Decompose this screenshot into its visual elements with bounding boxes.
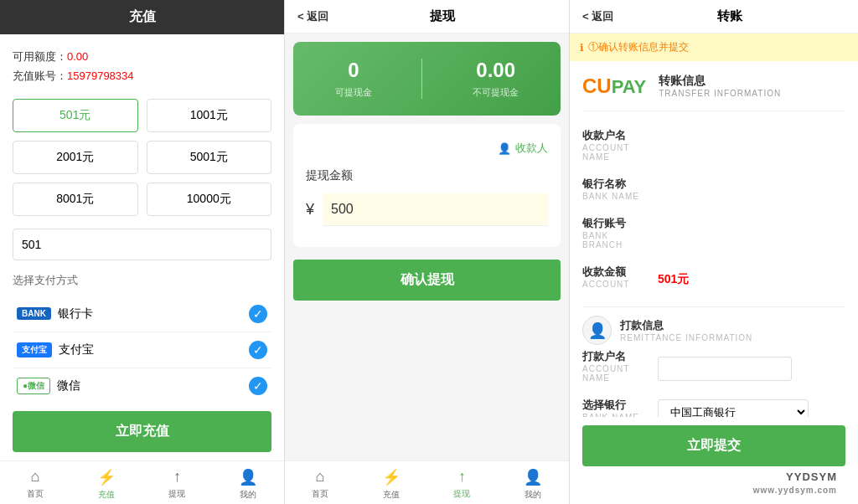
available-summary: 0 可提现金 bbox=[335, 59, 372, 99]
watermark-url: www.yydsym.com bbox=[753, 486, 837, 495]
bank-branch-label: 银行账号 bbox=[582, 216, 641, 231]
withdrawal-footer: 确认提现 bbox=[285, 247, 569, 313]
withdrawal-header: < 返回 提现 bbox=[285, 0, 569, 33]
balance-value: 0.00 bbox=[67, 50, 88, 63]
wechat-method-left: ●微信 微信 bbox=[17, 378, 80, 394]
watermark: YYDSYM www.yydsym.com bbox=[582, 466, 845, 500]
select-bank-label-col: 选择银行 BANK NAME bbox=[582, 398, 641, 417]
remittance-icon: 👤 bbox=[582, 316, 612, 345]
remittance-header: 👤 打款信息 REMITTANCE INFORMATION bbox=[582, 306, 845, 345]
w-nav-recharge[interactable]: ⚡ 充值 bbox=[382, 468, 401, 501]
nav-withdraw[interactable]: ↑ 提现 bbox=[168, 468, 185, 501]
currency-symbol: ¥ bbox=[306, 201, 314, 219]
recharge-body: 可用额度：0.00 充值账号：15979798334 501元 1001元 20… bbox=[0, 34, 284, 403]
select-bank-label: 选择银行 bbox=[582, 398, 641, 413]
nav-mine[interactable]: 👤 我的 bbox=[239, 468, 257, 501]
payment-method-bank[interactable]: BANK 银行卡 ✓ bbox=[13, 296, 271, 332]
payment-method-wechat[interactable]: ●微信 微信 ✓ bbox=[13, 368, 271, 403]
alipay-label: 支付宝 bbox=[59, 342, 94, 357]
withdrawal-form: 👤 收款人 提现金额 ¥ bbox=[293, 124, 561, 247]
bank-select[interactable]: 中国工商银行 中国农业银行 中国银行 中国建设银行 招商银行 bbox=[658, 399, 809, 417]
payee-label: 收款人 bbox=[515, 141, 548, 156]
amount-btn-501[interactable]: 501元 bbox=[13, 99, 138, 132]
amount-input-row: ¥ bbox=[306, 193, 548, 226]
transfer-back-btn[interactable]: < 返回 bbox=[582, 9, 613, 24]
nav-recharge-label: 充值 bbox=[98, 489, 115, 501]
payee-icon: 👤 bbox=[498, 142, 511, 155]
payer-name-row: 打款户名 ACCOUNT NAME bbox=[582, 349, 845, 388]
available-label: 可提现金 bbox=[335, 86, 372, 99]
home-icon: ⌂ bbox=[30, 468, 39, 486]
recharge-submit-button[interactable]: 立即充值 bbox=[13, 411, 271, 452]
amount-label: 收款金额 bbox=[582, 265, 641, 280]
w-nav-home[interactable]: ⌂ 首页 bbox=[312, 468, 328, 501]
amount-value: 501元 bbox=[658, 268, 689, 291]
wechat-badge: ●微信 bbox=[17, 378, 50, 394]
alipay-method-left: 支付宝 支付宝 bbox=[17, 342, 94, 357]
cu-text: CU bbox=[582, 75, 612, 97]
recharge-panel: 充值 可用额度：0.00 充值账号：15979798334 501元 1001元… bbox=[0, 0, 285, 504]
receiver-name-row: 收款户名 ACCOUNT NAME bbox=[582, 128, 845, 167]
withdrawal-title: 提现 bbox=[328, 8, 556, 24]
amount-btn-8001[interactable]: 8001元 bbox=[13, 183, 138, 216]
withdrawal-summary: 0 可提现金 0.00 不可提现金 bbox=[293, 42, 561, 116]
withdrawal-confirm-button[interactable]: 确认提现 bbox=[293, 260, 561, 301]
nav-home[interactable]: ⌂ 首页 bbox=[27, 468, 44, 501]
bank-label: 银行卡 bbox=[58, 306, 93, 321]
account-label: 充值账号： bbox=[13, 69, 67, 82]
withdrawal-bottom-nav: ⌂ 首页 ⚡ 充值 ↑ 提现 👤 我的 bbox=[285, 460, 569, 504]
unavailable-summary: 0.00 不可提现金 bbox=[473, 59, 519, 99]
receiver-name-label: 收款户名 bbox=[582, 128, 641, 143]
withdrawal-back-btn[interactable]: < 返回 bbox=[297, 9, 328, 24]
amount-btn-2001[interactable]: 2001元 bbox=[13, 141, 138, 174]
watermark-text: YYDSYM bbox=[786, 471, 837, 483]
payer-name-sub: ACCOUNT NAME bbox=[582, 364, 641, 383]
transfer-footer: 立即提交 YYDSYM www.yydsym.com bbox=[570, 417, 858, 504]
transfer-header: < 返回 转账 bbox=[570, 0, 858, 33]
amount-grid: 501元 1001元 2001元 5001元 8001元 10000元 bbox=[13, 99, 271, 216]
bank-branch-row: 银行账号 BANK BRANCH bbox=[582, 216, 845, 255]
wechat-label: 微信 bbox=[57, 378, 80, 393]
remittance-title: 打款信息 bbox=[620, 318, 752, 333]
recharge-header: 充值 bbox=[0, 0, 284, 34]
balance-info: 可用额度：0.00 充值账号：15979798334 bbox=[13, 47, 271, 86]
withdrawal-panel: < 返回 提现 0 可提现金 0.00 不可提现金 👤 收款人 提现金额 ¥ 确… bbox=[285, 0, 570, 504]
withdraw-icon: ↑ bbox=[173, 468, 181, 486]
transfer-title: 转账 bbox=[613, 8, 845, 24]
unavailable-label: 不可提现金 bbox=[473, 86, 519, 99]
bank-name-sub: BANK NAME bbox=[582, 192, 641, 201]
w-nav-mine[interactable]: 👤 我的 bbox=[524, 468, 542, 501]
w-recharge-icon: ⚡ bbox=[382, 468, 401, 486]
w-nav-withdraw[interactable]: ↑ 提现 bbox=[453, 468, 470, 501]
nav-mine-label: 我的 bbox=[240, 489, 256, 501]
summary-divider bbox=[421, 59, 422, 99]
nav-recharge[interactable]: ⚡ 充值 bbox=[97, 468, 116, 501]
amount-btn-10000[interactable]: 10000元 bbox=[147, 183, 272, 216]
w-home-icon: ⌂ bbox=[315, 468, 324, 486]
bank-check: ✓ bbox=[249, 305, 267, 323]
custom-amount-input[interactable] bbox=[13, 229, 271, 260]
amount-row: 收款金额 ACCOUNT 501元 bbox=[582, 265, 845, 294]
available-val: 0 bbox=[335, 59, 372, 82]
nav-withdraw-label: 提现 bbox=[168, 488, 185, 500]
withdrawal-amount-label: 提现金额 bbox=[306, 168, 548, 183]
select-bank-row: 选择银行 BANK NAME 中国工商银行 中国农业银行 中国银行 中国建设银行… bbox=[582, 398, 845, 417]
unavailable-val: 0.00 bbox=[473, 59, 519, 82]
payment-label: 选择支付方式 bbox=[13, 273, 271, 288]
payer-name-input[interactable] bbox=[658, 357, 792, 381]
payer-name-label-col: 打款户名 ACCOUNT NAME bbox=[582, 349, 641, 388]
amount-btn-5001[interactable]: 5001元 bbox=[147, 141, 272, 174]
transfer-info-header: 转账信息 TRANSFER INFORMATION bbox=[659, 74, 781, 98]
remittance-title-block: 打款信息 REMITTANCE INFORMATION bbox=[620, 318, 752, 342]
alipay-badge: 支付宝 bbox=[17, 342, 52, 357]
withdrawal-amount-input[interactable] bbox=[323, 193, 548, 226]
payment-method-alipay[interactable]: 支付宝 支付宝 ✓ bbox=[13, 332, 271, 368]
payer-name-label: 打款户名 bbox=[582, 349, 641, 364]
recharge-icon: ⚡ bbox=[97, 468, 116, 486]
transfer-submit-button[interactable]: 立即提交 bbox=[582, 425, 845, 466]
receiver-name-sub: ACCOUNT NAME bbox=[582, 143, 641, 162]
recharge-bottom-nav: ⌂ 首页 ⚡ 充值 ↑ 提现 👤 我的 bbox=[0, 460, 284, 504]
bank-branch-label-col: 银行账号 BANK BRANCH bbox=[582, 216, 641, 255]
amount-btn-1001[interactable]: 1001元 bbox=[147, 99, 272, 132]
receiver-name-label-col: 收款户名 ACCOUNT NAME bbox=[582, 128, 641, 167]
